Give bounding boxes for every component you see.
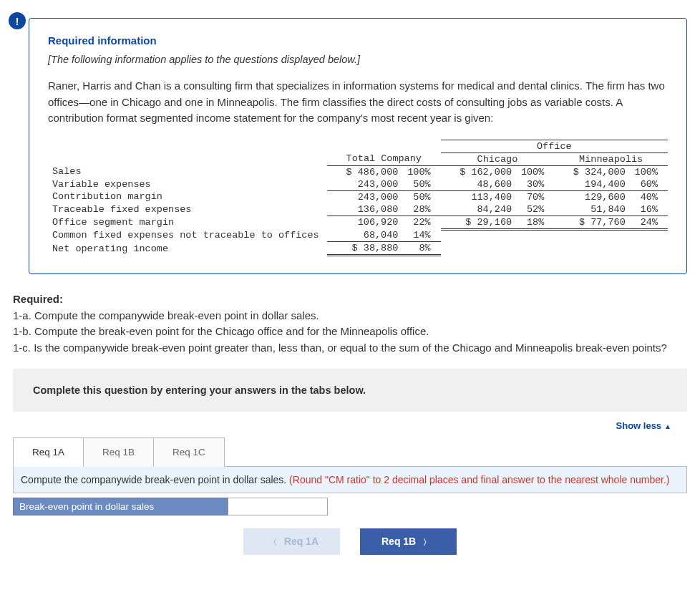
tab-hint: (Round "CM ratio" to 2 decimal places an…	[289, 474, 669, 485]
required-1b: 1-b. Compute the break-even point for th…	[13, 325, 429, 337]
info-panel: Required information [The following info…	[29, 18, 687, 274]
table-row: Variable expenses 243,00050% 48,60030% 1…	[48, 178, 668, 191]
info-title: Required information	[48, 34, 668, 47]
break-even-label: Break-even point in dollar sales	[13, 498, 228, 515]
tab-content: Compute the companywide break-even point…	[13, 467, 687, 493]
break-even-input[interactable]	[228, 498, 328, 515]
alert-icon: !	[9, 12, 26, 29]
col-total: Total Company	[327, 152, 441, 165]
table-row: Common fixed expenses not traceable to o…	[48, 229, 668, 242]
required-1a: 1-a. Compute the companywide break-even …	[13, 309, 319, 321]
col-chicago: Chicago	[441, 152, 555, 165]
tab-req-1c[interactable]: Req 1C	[153, 437, 225, 467]
col-minneapolis: Minneapolis	[554, 152, 668, 165]
next-button[interactable]: Req 1B 〉	[360, 528, 457, 555]
show-less-link[interactable]: Show less▲	[13, 412, 687, 437]
table-row: Sales $ 486,000100% $ 162,000100% $ 324,…	[48, 165, 668, 178]
income-statement-table: Office Total Company Chicago Minneapolis…	[48, 140, 668, 258]
tabs: Req 1A Req 1B Req 1C	[13, 437, 687, 467]
instruction-bar: Complete this question by entering your …	[13, 369, 687, 412]
answer-area: Complete this question by entering your …	[13, 369, 687, 555]
info-subtitle: [The following information applies to th…	[48, 54, 668, 65]
tab-prompt: Compute the companywide break-even point…	[21, 474, 289, 485]
required-heading: Required:	[13, 293, 63, 305]
chevron-right-icon: 〉	[423, 538, 431, 546]
nav-buttons: 〈 Req 1A Req 1B 〉	[13, 528, 687, 555]
required-1c: 1-c. Is the companywide break-even point…	[13, 342, 667, 354]
triangle-up-icon: ▲	[664, 422, 671, 430]
table-row: Traceable fixed expenses 136,08028% 84,2…	[48, 203, 668, 216]
table-row: Contribution margin 243,00050% 113,40070…	[48, 190, 668, 203]
info-body: Raner, Harris and Chan is a consulting f…	[48, 78, 668, 127]
required-block: Required: 1-a. Compute the companywide b…	[13, 291, 687, 356]
table-row: Office segment margin 106,92022% $ 29,16…	[48, 216, 668, 229]
chevron-left-icon: 〈	[269, 538, 277, 546]
tab-req-1a[interactable]: Req 1A	[13, 437, 84, 467]
input-row: Break-even point in dollar sales	[13, 498, 687, 515]
office-header: Office	[441, 140, 668, 152]
table-row: Net operating income $ 38,8808%	[48, 242, 668, 256]
prev-button: 〈 Req 1A	[243, 528, 340, 555]
tab-req-1b[interactable]: Req 1B	[83, 437, 154, 467]
